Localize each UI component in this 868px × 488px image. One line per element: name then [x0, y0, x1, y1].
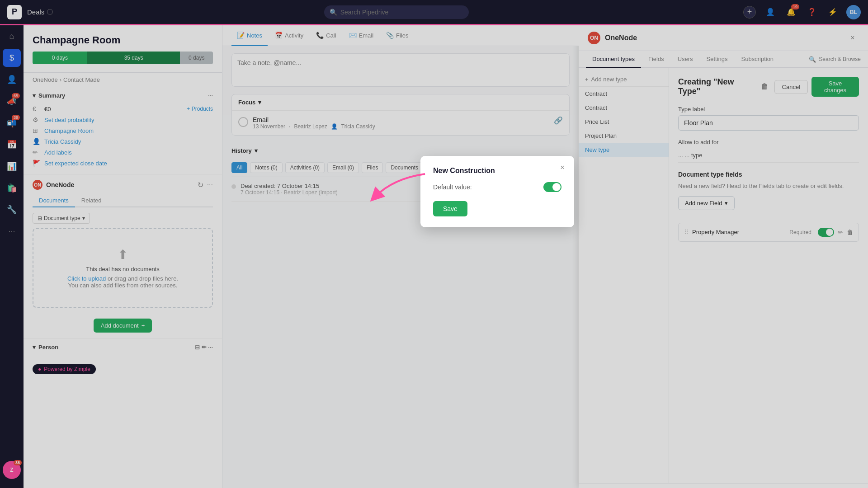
dialog-default-value: Default value: — [433, 182, 561, 192]
dialog-toggle[interactable] — [543, 182, 561, 192]
dialog-title: New Construction — [433, 167, 561, 175]
new-construction-dialog: New Construction × Default value: Save — [420, 156, 574, 227]
dialog-close-btn[interactable]: × — [557, 162, 568, 173]
dialog-overlay: New Construction × Default value: Save — [0, 0, 868, 488]
dialog-save-btn[interactable]: Save — [433, 201, 467, 216]
dialog-default-label: Default value: — [433, 183, 472, 191]
pink-arrow-annotation — [366, 169, 429, 206]
